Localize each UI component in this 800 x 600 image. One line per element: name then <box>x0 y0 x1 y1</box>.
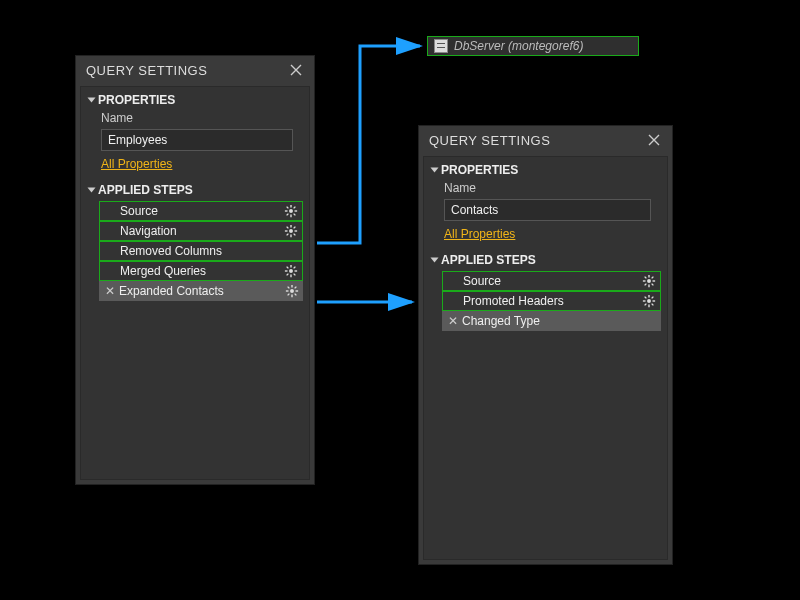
svg-point-27 <box>289 269 293 273</box>
step-label: Merged Queries <box>118 264 284 278</box>
svg-line-33 <box>294 274 296 276</box>
svg-line-6 <box>294 214 296 216</box>
svg-line-17 <box>287 234 289 236</box>
db-node-label: DbServer (montegoref6) <box>454 39 583 53</box>
gear-icon[interactable] <box>284 224 298 238</box>
db-node[interactable]: DbServer (montegoref6) <box>427 36 639 56</box>
svg-line-51 <box>652 284 654 286</box>
name-label: Name <box>430 179 661 197</box>
panel-body: PROPERTIES Name All Properties APPLIED S… <box>80 86 310 480</box>
svg-line-52 <box>652 277 654 279</box>
query-settings-panel-left: QUERY SETTINGS PROPERTIES Name All Prope… <box>75 55 315 485</box>
gear-icon[interactable] <box>284 204 298 218</box>
applied-step[interactable]: ✕Expanded Contacts <box>99 281 303 301</box>
svg-line-15 <box>294 234 296 236</box>
all-properties-link[interactable]: All Properties <box>101 157 172 171</box>
svg-line-5 <box>287 207 289 209</box>
svg-line-43 <box>295 287 297 289</box>
properties-label: PROPERTIES <box>98 93 175 107</box>
collapse-icon <box>431 168 439 173</box>
svg-line-44 <box>288 294 290 296</box>
svg-point-9 <box>289 229 293 233</box>
gear-icon[interactable] <box>642 274 656 288</box>
svg-line-14 <box>287 227 289 229</box>
svg-line-34 <box>294 267 296 269</box>
svg-line-60 <box>652 304 654 306</box>
gear-icon[interactable] <box>284 264 298 278</box>
svg-line-16 <box>294 227 296 229</box>
step-label: Removed Columns <box>118 244 284 258</box>
applied-step[interactable]: ✕Merged Queries <box>99 261 303 281</box>
applied-step[interactable]: ✕Changed Type <box>442 311 661 331</box>
step-label: Expanded Contacts <box>117 284 285 298</box>
delete-step-icon[interactable]: ✕ <box>446 314 460 328</box>
applied-steps-section-header[interactable]: APPLIED STEPS <box>87 177 303 199</box>
name-input[interactable] <box>101 129 293 151</box>
svg-point-0 <box>289 209 293 213</box>
all-properties-link[interactable]: All Properties <box>444 227 515 241</box>
applied-steps-list: ✕Source✕Promoted Headers✕Changed Type <box>442 271 661 331</box>
step-label: Promoted Headers <box>461 294 642 308</box>
svg-point-45 <box>647 279 651 283</box>
svg-line-35 <box>287 274 289 276</box>
close-icon[interactable] <box>288 62 304 78</box>
panel-title: QUERY SETTINGS <box>86 63 207 78</box>
svg-line-41 <box>288 287 290 289</box>
svg-line-42 <box>295 294 297 296</box>
panel-title: QUERY SETTINGS <box>429 133 550 148</box>
svg-line-50 <box>645 277 647 279</box>
panel-header: QUERY SETTINGS <box>419 126 672 152</box>
name-label: Name <box>87 109 303 127</box>
delete-step-icon[interactable]: ✕ <box>103 284 117 298</box>
applied-steps-list: ✕Source✕Navigation✕Removed Columns✕Merge… <box>99 201 303 301</box>
svg-line-32 <box>287 267 289 269</box>
applied-step[interactable]: ✕Promoted Headers <box>442 291 661 311</box>
step-label: Source <box>461 274 642 288</box>
gear-icon[interactable] <box>642 294 656 308</box>
step-label: Source <box>118 204 284 218</box>
applied-steps-label: APPLIED STEPS <box>441 253 536 267</box>
properties-label: PROPERTIES <box>441 163 518 177</box>
svg-line-8 <box>287 214 289 216</box>
applied-step[interactable]: ✕Removed Columns <box>99 241 303 261</box>
svg-point-36 <box>290 289 294 293</box>
step-label: Changed Type <box>460 314 643 328</box>
collapse-icon <box>431 258 439 263</box>
svg-line-59 <box>645 297 647 299</box>
gear-icon[interactable] <box>285 284 299 298</box>
svg-line-53 <box>645 284 647 286</box>
applied-step[interactable]: ✕Source <box>99 201 303 221</box>
step-label: Navigation <box>118 224 284 238</box>
applied-steps-label: APPLIED STEPS <box>98 183 193 197</box>
name-input[interactable] <box>444 199 651 221</box>
applied-step[interactable]: ✕Navigation <box>99 221 303 241</box>
applied-step[interactable]: ✕Source <box>442 271 661 291</box>
collapse-icon <box>88 98 96 103</box>
close-icon[interactable] <box>646 132 662 148</box>
panel-body: PROPERTIES Name All Properties APPLIED S… <box>423 156 668 560</box>
query-settings-panel-right: QUERY SETTINGS PROPERTIES Name All Prope… <box>418 125 673 565</box>
applied-steps-section-header[interactable]: APPLIED STEPS <box>430 247 661 269</box>
svg-line-62 <box>645 304 647 306</box>
properties-section-header[interactable]: PROPERTIES <box>430 157 661 179</box>
collapse-icon <box>88 188 96 193</box>
properties-section-header[interactable]: PROPERTIES <box>87 87 303 109</box>
svg-line-61 <box>652 297 654 299</box>
panel-header: QUERY SETTINGS <box>76 56 314 82</box>
database-icon <box>434 39 448 53</box>
svg-line-7 <box>294 207 296 209</box>
svg-point-54 <box>647 299 651 303</box>
